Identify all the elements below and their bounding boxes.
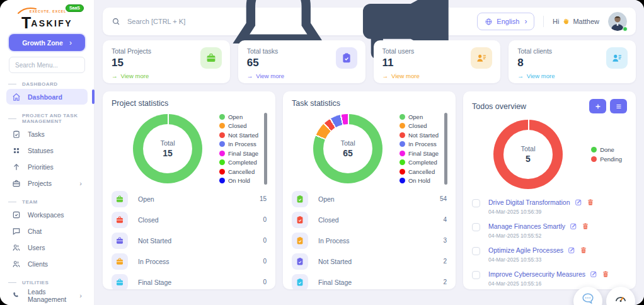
view-more-link[interactable]: → View more [517, 72, 627, 79]
status-row: Open 54 [292, 188, 447, 209]
legend-item: Completed [219, 159, 258, 166]
sidebar-section-header: DASHBOARD [0, 81, 94, 87]
legend-item: On Hold [219, 177, 258, 184]
todo-checkbox[interactable] [472, 247, 480, 255]
legend-item: Closed [400, 122, 439, 129]
plus-icon [594, 103, 602, 110]
todo-timestamp: 04-Mar-2025 10:56:39 [488, 209, 594, 215]
legend-scrollbar[interactable] [264, 113, 267, 185]
legend-item: In Process [219, 141, 258, 147]
todo-title: Manage Finances Smartly [488, 222, 565, 230]
legend-dot [400, 123, 405, 129]
sidebar-section: PROJECT AND TASK MANAGEMENT Tasks [0, 113, 94, 191]
priorities-icon [12, 163, 21, 171]
language-selector[interactable]: English › [477, 13, 534, 30]
legend-dot [400, 178, 405, 183]
sidebar-item[interactable]: Priorities [6, 159, 88, 175]
add-todo-button[interactable] [589, 99, 606, 113]
home-icon [12, 93, 21, 101]
task-status-list: Open 54 Closed 4 In Process [283, 187, 456, 289]
search-icon [112, 17, 120, 26]
todo-checkbox[interactable] [472, 223, 480, 231]
trash-icon[interactable] [580, 246, 587, 254]
trash-icon[interactable] [582, 222, 589, 230]
chevron-right-icon: › [79, 292, 82, 299]
growth-zone-button[interactable]: Growth Zone › [9, 34, 85, 51]
user-avatar[interactable] [608, 12, 627, 31]
panel-title: Task statistics [292, 99, 340, 108]
todo-list-button[interactable] [610, 99, 627, 113]
legend-item: Closed [219, 122, 258, 129]
todo-timestamp: 04-Mar-2025 10:55:16 [488, 280, 609, 287]
tasks-icon [12, 130, 21, 139]
legend-dot [219, 141, 225, 147]
view-more-link[interactable]: → View more [112, 72, 221, 79]
view-more-link[interactable]: → View more [247, 72, 357, 79]
todo-checkbox[interactable] [472, 199, 480, 207]
chevron-right-icon: › [79, 180, 82, 187]
panel-title: Project statistics [112, 99, 168, 108]
statuses-icon [12, 146, 21, 155]
stat-card-icon-tile [336, 47, 357, 69]
projects-icon [12, 179, 21, 188]
todo-checkbox[interactable] [472, 271, 480, 279]
sidebar-section-header: UTILITIES [0, 280, 94, 285]
gauge-fab-button[interactable] [606, 287, 635, 305]
clipboard-icon [296, 236, 304, 245]
status-row: Not Started 2 [292, 251, 447, 272]
chevron-right-icon: › [69, 39, 72, 47]
trash-icon[interactable] [587, 199, 594, 206]
panels: Project statistics Total 15 [103, 91, 636, 289]
legend-dot [591, 156, 597, 162]
legend-dot [219, 151, 225, 156]
menu-search-input[interactable] [9, 57, 85, 73]
sidebar-item[interactable]: Leads Management › [6, 287, 88, 303]
project-chart-area: Total 15 Open [103, 108, 275, 187]
status-row: In Process 3 [292, 230, 447, 251]
stat-card-icon-tile [471, 47, 492, 69]
edit-icon[interactable] [575, 199, 582, 206]
legend-dot [591, 147, 597, 152]
clipboard-icon [296, 195, 304, 204]
project-donut-chart: Total 15 [133, 114, 202, 183]
todos-chart-area: Total 5 Done [463, 113, 636, 193]
sidebar-item[interactable]: Workspaces [6, 207, 88, 222]
trash-icon[interactable] [602, 270, 609, 278]
sidebar-item[interactable]: Users [6, 239, 88, 255]
user-lines-icon [476, 52, 487, 64]
todo-timestamp: 04-Mar-2025 10:55:52 [488, 233, 589, 239]
legend-item: Open [400, 113, 439, 120]
chat-fab-button[interactable] [573, 287, 602, 305]
clients-icon [12, 260, 21, 268]
todo-title: Drive Digital Transformation [488, 199, 570, 206]
view-more-link[interactable]: → View more [382, 72, 492, 79]
edit-icon[interactable] [570, 222, 577, 230]
search-input[interactable] [126, 17, 218, 26]
sidebar-item[interactable]: Projects › [6, 175, 88, 191]
users-icon [12, 243, 21, 252]
waving-hand-icon [562, 18, 570, 25]
stat-card: Total clients 8 → View more [509, 40, 636, 83]
task-statistics-panel: Task statistics Total 65 [283, 91, 456, 289]
globe-icon [485, 18, 493, 26]
edit-icon[interactable] [568, 246, 575, 254]
sidebar-item[interactable]: Clients [6, 256, 88, 272]
task-donut-chart: Total 65 [313, 114, 382, 183]
sidebar-section: DASHBOARD Dashboard [0, 81, 94, 105]
todo-item: Optimize Agile Processes 04-Mar-2025 10:… [472, 243, 627, 267]
clipboard-icon [296, 257, 304, 266]
legend-item: Completed [400, 159, 439, 166]
sidebar-item[interactable]: Chat [6, 223, 88, 239]
sidebar-item[interactable]: Statuses [6, 142, 88, 158]
edit-icon[interactable] [590, 270, 597, 278]
stat-card: Total users 11 → View more [374, 40, 501, 83]
sidebar-item[interactable]: Dashboard [6, 89, 88, 105]
greeting: Hi Matthew [553, 18, 599, 25]
project-status-list: Open 15 Closed 0 Not Started [103, 187, 275, 289]
section-dash [8, 84, 16, 84]
sidebar-item[interactable]: Tasks [6, 126, 88, 142]
legend-scrollbar[interactable] [444, 113, 447, 185]
legend-dot [400, 169, 405, 175]
section-dash [8, 202, 16, 202]
legend-item: In Process [400, 141, 439, 147]
